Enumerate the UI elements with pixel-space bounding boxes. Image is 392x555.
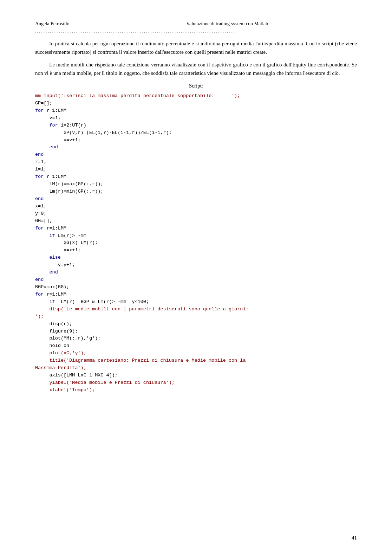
code-end-2: end	[35, 152, 44, 157]
page-number: 41	[352, 535, 357, 541]
code-xlabel: xlabel('Tempo');	[50, 387, 95, 393]
paragraph-2: Le medie mobili che rispettano tale cond…	[35, 60, 357, 77]
code-ylabel: ylabel('Media mobile e Prezzi di chiusur…	[50, 380, 175, 385]
code-disp-2: ');	[35, 314, 44, 319]
code-for-5: for	[35, 292, 44, 297]
page: Angela Petrosillo Valutazione di trading…	[0, 0, 392, 555]
code-plot-1: plot(xC,'y');	[50, 350, 86, 356]
code-title-1: title('Diagramma cartesiano: Prezzi di c…	[50, 358, 246, 363]
code-end-1: end	[50, 144, 58, 150]
code-end-4: end	[50, 270, 58, 275]
body-text: In pratica si calcola per ogni operazion…	[35, 39, 357, 77]
code-for-4: for	[35, 226, 44, 231]
page-header: Angela Petrosillo Valutazione di trading…	[35, 21, 357, 27]
script-label: Script:	[35, 83, 357, 89]
code-for-1: for	[35, 108, 44, 113]
code-end-3: end	[35, 196, 44, 201]
code-block: mm=input('Iserisci la massima perdita pe…	[35, 92, 357, 394]
divider-line: ........................................…	[35, 29, 357, 34]
code-else-1: else	[50, 255, 61, 260]
document-title: Valutazione di trading system con Matlab	[98, 21, 357, 27]
paragraph-1: In pratica si calcola per ogni operazion…	[35, 39, 357, 56]
code-title-2: Massima Perdita');	[35, 365, 86, 370]
code-if-1: if	[50, 233, 55, 238]
code-disp-1: disp('Le medie mobili con i parametri de…	[50, 306, 249, 312]
code-for-3: for	[35, 174, 44, 179]
code-end-5: end	[35, 277, 44, 282]
code-line-1: mm=input('Iserisci la massima perdita pe…	[35, 93, 240, 98]
code-for-2: for	[50, 123, 58, 128]
author-name: Angela Petrosillo	[35, 21, 70, 27]
code-if-2: if	[50, 299, 55, 304]
